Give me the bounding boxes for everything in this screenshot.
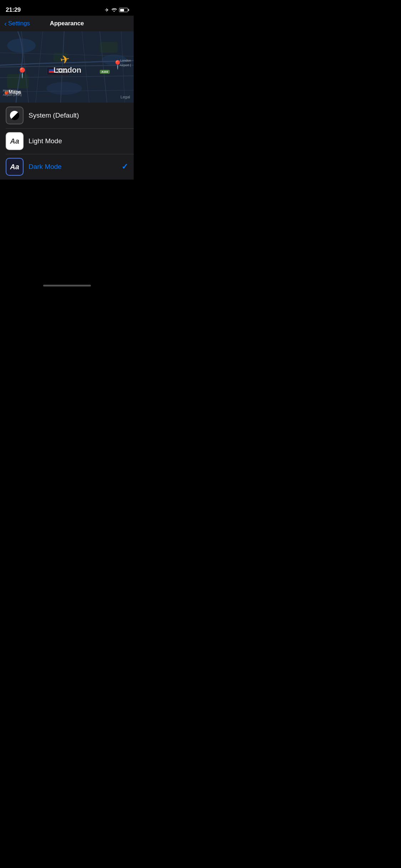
map-preview: ✈ 📍 📍 BRITISH AIRWAYS London A102 London… — [0, 31, 134, 103]
map-a102-badge: A102 — [100, 70, 109, 74]
chevron-left-icon: ‹ — [4, 20, 7, 27]
svg-rect-5 — [100, 42, 118, 53]
svg-point-3 — [46, 82, 82, 95]
battery-icon — [119, 8, 128, 12]
map-small-plane-icon: ✈ — [17, 90, 20, 95]
option-light[interactable]: Aa Light Mode — [0, 128, 134, 154]
system-icon — [6, 107, 24, 124]
bottom-area — [0, 233, 134, 289]
system-label: System (Default) — [29, 112, 128, 119]
options-list: System (Default) Aa Light Mode Aa Dark M… — [0, 103, 134, 180]
map-pin-heathrow: 📍 — [16, 67, 29, 79]
back-label: Settings — [8, 20, 30, 27]
map-london-airport-label: LondonAirport ( — [119, 58, 131, 67]
checkmark-icon: ✓ — [122, 162, 128, 171]
map-canvas: ✈ 📍 📍 BRITISH AIRWAYS London A102 London… — [0, 31, 134, 103]
dark-mode-icon: Aa — [6, 158, 24, 176]
map-london-label: London — [53, 66, 81, 75]
dark-mode-label: Dark Mode — [29, 163, 122, 171]
status-icons: ✈ — [105, 7, 128, 13]
home-indicator — [43, 285, 91, 286]
wifi-icon — [111, 7, 117, 13]
page-title: Appearance — [50, 20, 84, 27]
empty-space — [0, 180, 134, 233]
option-system[interactable]: System (Default) — [0, 103, 134, 128]
light-mode-icon: Aa — [6, 132, 24, 150]
light-mode-label: Light Mode — [29, 137, 128, 145]
nav-bar: ‹ Settings Appearance — [0, 16, 134, 31]
status-time: 21:29 — [6, 6, 21, 14]
system-icon-graphic — [10, 111, 19, 120]
airplane-mode-icon: ✈ — [105, 7, 109, 13]
status-bar: 21:29 ✈ — [0, 0, 134, 16]
back-button[interactable]: ‹ Settings — [4, 20, 30, 27]
map-legal-label: Legal — [120, 95, 130, 99]
option-dark[interactable]: Aa Dark Mode ✓ — [0, 154, 134, 180]
